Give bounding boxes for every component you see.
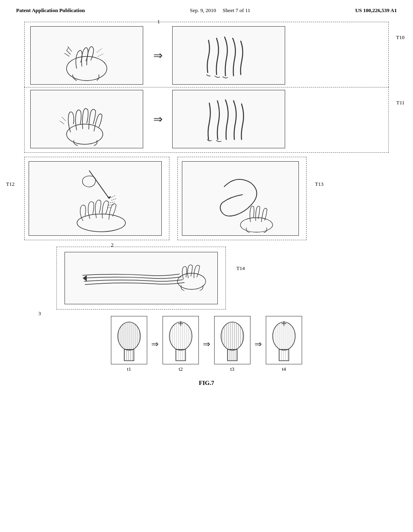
main-content: 1 3: [0, 18, 413, 395]
t3-illustration: [216, 318, 248, 362]
t3-box: [214, 316, 250, 364]
label-1: 1: [157, 19, 160, 25]
t3-label: t3: [230, 366, 234, 372]
svg-line-9: [60, 121, 64, 124]
svg-rect-57: [176, 350, 185, 360]
svg-point-18: [240, 218, 273, 232]
label-T10: T10: [396, 34, 405, 41]
t3-container: t3: [214, 316, 250, 372]
t1-label: t1: [127, 366, 131, 372]
figure-caption: FIG.7: [24, 380, 389, 387]
T12-illustration: [31, 162, 160, 235]
finger-sequence: t1 ⇒: [24, 316, 389, 372]
svg-line-11: [89, 170, 109, 199]
T11-right-panel: [172, 90, 285, 148]
svg-line-14: [111, 199, 116, 200]
pub-date: Sep. 9, 2010: [190, 7, 216, 13]
T11-arrow: ⇒: [150, 112, 166, 126]
t1-illustration: [113, 318, 145, 362]
arrow-t1-t2: ⇒: [151, 339, 159, 349]
svg-line-1: [67, 50, 71, 54]
label-3-bottom: 3: [38, 310, 41, 317]
section-T10-T11: 1 3: [24, 22, 389, 153]
T11-outer-box: ⇒ T11: [24, 87, 389, 153]
T11-left-illustration: [34, 92, 139, 146]
t1-box: [111, 316, 147, 364]
section-T14: 2 3 T14: [24, 247, 389, 310]
label-T12: T12: [6, 181, 15, 187]
T12-container: T12: [24, 157, 169, 240]
T13-container: T13: [177, 157, 307, 240]
T10-arrow: ⇒: [150, 49, 166, 62]
svg-rect-76: [227, 349, 237, 361]
t4-box: [266, 316, 302, 364]
t2-illustration: [165, 318, 197, 362]
svg-line-8: [62, 117, 66, 121]
svg-rect-34: [124, 349, 134, 361]
t4-container: t4: [266, 316, 302, 372]
T10-right-illustration: [176, 28, 281, 83]
sheet-info: Sheet 7 of 11: [223, 7, 250, 13]
t2-box: [163, 316, 199, 364]
t1-container: t1: [111, 316, 147, 372]
svg-rect-77: [228, 350, 237, 360]
T14-outer-box: T14: [56, 247, 226, 310]
svg-line-3: [65, 53, 69, 56]
T11-right-illustration: [176, 92, 281, 146]
T10-left-illustration: [34, 28, 139, 83]
arrow-t2-t3: ⇒: [203, 339, 210, 349]
T12-panel: [29, 161, 162, 236]
svg-rect-56: [176, 349, 186, 361]
page-header: Patent Application Publication Sep. 9, 2…: [0, 0, 413, 18]
svg-line-15: [110, 202, 115, 203]
t4-label: t4: [282, 366, 286, 372]
svg-point-10: [77, 214, 125, 232]
label-T11: T11: [396, 100, 405, 106]
svg-rect-98: [279, 349, 289, 361]
T13-illustration: [184, 162, 297, 235]
label-T14: T14: [236, 265, 245, 272]
T10-outer-box: ⇒ T10: [24, 22, 389, 87]
svg-line-13: [111, 195, 115, 198]
T14-illustration: [67, 253, 216, 303]
T12-outer-box: [24, 157, 169, 240]
T13-panel: [182, 161, 299, 236]
label-T13: T13: [315, 181, 323, 187]
T10-right-panel: [172, 26, 285, 85]
header-left: Patent Application Publication: [16, 7, 85, 14]
svg-point-19: [177, 273, 206, 289]
svg-rect-99: [280, 350, 288, 360]
header-center: Sep. 9, 2010 Sheet 7 of 11: [190, 7, 250, 14]
header-right: US 100,226,539 A1: [355, 7, 397, 14]
svg-rect-35: [125, 350, 133, 360]
section-T12-T13: T12: [24, 157, 389, 240]
t2-label: t2: [179, 366, 183, 372]
t2-container: t2: [163, 316, 199, 372]
arrow-t3-t4: ⇒: [254, 339, 262, 349]
svg-line-2: [67, 48, 69, 50]
T14-panel: [65, 252, 218, 304]
svg-line-4: [68, 46, 72, 52]
T13-outer-box: [177, 157, 307, 240]
T10-left-panel: [30, 26, 143, 85]
t4-illustration: [268, 318, 300, 362]
svg-line-5: [97, 48, 102, 52]
svg-point-7: [67, 124, 103, 144]
T11-left-panel: [30, 90, 143, 148]
finger-sequence-section: t1 ⇒: [24, 316, 389, 372]
svg-line-6: [98, 54, 104, 56]
svg-marker-20: [83, 275, 87, 281]
